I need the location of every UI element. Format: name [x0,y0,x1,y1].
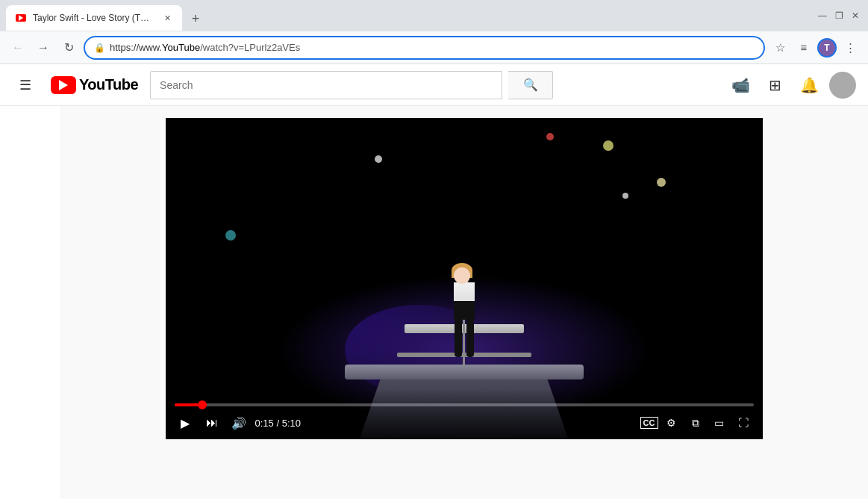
current-time: 0:15 [255,418,274,429]
tab-close-button[interactable]: ✕ [161,12,173,24]
performer-leg-right [466,320,474,357]
volume-button[interactable]: 🔊 [228,412,249,433]
browser-profile-avatar[interactable]: T [817,38,837,58]
tab-area: Taylor Swift - Love Story (The 19 ✕ + [6,5,816,31]
tab-favicon [15,12,27,24]
stage-platform [345,365,584,379]
progress-bar[interactable] [175,403,754,406]
settings-button[interactable]: ⚙ [661,412,682,433]
left-sidebar [0,106,60,499]
youtube-logo[interactable]: YouTube [51,76,138,94]
time-separator: / [276,418,281,429]
new-tab-button[interactable]: + [185,8,206,29]
youtube-page: ☰ YouTube 🔍 📹 ⊞ 🔔 [0,64,868,499]
close-button[interactable]: ✕ [849,9,862,22]
performer [442,267,487,365]
search-input[interactable] [151,72,502,99]
reload-button[interactable]: ↻ [58,37,79,58]
performer-body [454,282,475,320]
performer-leg-left [455,320,462,357]
url-text: https://www.YouTube/watch?v=LPurlz2aVEs [110,42,755,53]
video-controls: ▶ ⏭ 🔊 0:15 / 5:10 CC [166,388,763,439]
performer-legs [455,320,474,357]
url-protocol: https://www. [110,42,162,53]
bookmark-icon[interactable]: ☆ [769,37,790,58]
time-display: 0:15 / 5:10 [255,418,301,429]
url-domain: YouTube [162,42,200,53]
fullscreen-button[interactable]: ⛶ [733,412,754,433]
theatre-button[interactable]: ▭ [709,412,730,433]
forward-button[interactable]: → [33,37,54,58]
header-right-icons: 📹 ⊞ 🔔 [726,71,856,99]
bg-light-1 [603,140,613,151]
apps-grid-button[interactable]: ⊞ [761,71,789,99]
play-button[interactable]: ▶ [175,412,196,433]
total-time: 5:10 [282,418,301,429]
miniplayer-button[interactable]: ⧉ [685,412,706,433]
nav-right-icons: ☆ ≡ T ⋮ [769,37,861,58]
create-video-button[interactable]: 📹 [726,71,755,99]
lock-icon: 🔒 [94,43,105,53]
user-profile-avatar[interactable] [829,72,856,99]
title-bar: Taylor Swift - Love Story (The 19 ✕ + — … [0,0,868,31]
bg-light-3 [375,155,382,163]
youtube-logo-text: YouTube [79,76,138,93]
tab-title: Taylor Swift - Love Story (The 19 [33,13,152,23]
browser-menu-icon[interactable]: ⋮ [840,37,861,58]
controls-row: ▶ ⏭ 🔊 0:15 / 5:10 CC [175,412,754,433]
window-controls: — ❒ ✕ [816,9,862,22]
youtube-logo-icon [51,76,76,94]
skip-next-button[interactable]: ⏭ [202,412,222,433]
search-area: 🔍 [150,71,553,99]
notifications-button[interactable]: 🔔 [795,71,823,99]
minimize-button[interactable]: — [816,9,829,22]
performer-head [454,267,470,284]
url-path: /watch?v=LPurlz2aVEs [200,42,300,53]
search-button[interactable]: 🔍 [508,71,553,99]
bg-light-5 [622,193,628,199]
bg-light-6 [225,230,236,241]
video-area: ▶ ⏭ 🔊 0:15 / 5:10 CC [60,106,868,499]
youtube-header: ☰ YouTube 🔍 📹 ⊞ 🔔 [0,64,868,106]
back-button[interactable]: ← [7,37,28,58]
maximize-button[interactable]: ❒ [832,9,846,22]
bg-light-4 [657,178,666,187]
video-player: ▶ ⏭ 🔊 0:15 / 5:10 CC [166,118,763,439]
address-bar[interactable]: 🔒 https://www.YouTube/watch?v=LPurlz2aVE… [84,36,765,60]
hamburger-menu-button[interactable]: ☰ [12,72,39,99]
video-frame[interactable]: ▶ ⏭ 🔊 0:15 / 5:10 CC [166,118,763,439]
progress-dot [198,400,207,409]
youtube-main: ▶ ⏭ 🔊 0:15 / 5:10 CC [0,106,868,499]
browser-window: Taylor Swift - Love Story (The 19 ✕ + — … [0,0,868,499]
controls-right: CC ⚙ ⧉ ▭ ⛶ [640,412,754,433]
search-box [150,71,502,99]
tab-search-icon[interactable]: ≡ [793,37,814,58]
nav-bar: ← → ↻ 🔒 https://www.YouTube/watch?v=LPur… [0,31,868,64]
bg-light-2 [546,133,554,140]
youtube-favicon-icon [16,14,26,22]
browser-tab[interactable]: Taylor Swift - Love Story (The 19 ✕ [6,5,182,31]
cc-button[interactable]: CC [640,417,658,429]
